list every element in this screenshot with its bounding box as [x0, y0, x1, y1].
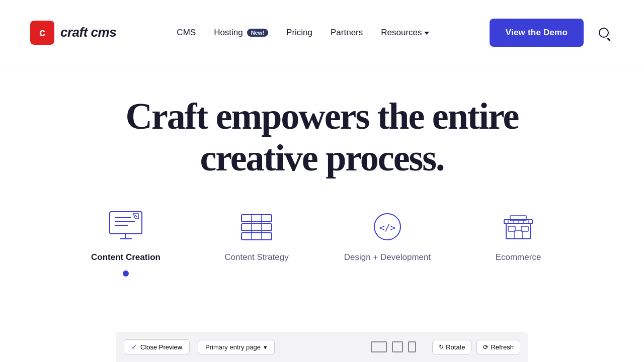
preview-actions: ↻ Rotate ⟳ Refresh: [432, 340, 520, 354]
feature-ecommerce[interactable]: Ecommerce: [473, 209, 564, 262]
svg-rect-16: [514, 231, 522, 239]
ecommerce-label: Ecommerce: [496, 252, 541, 262]
rotate-button[interactable]: ↻ Rotate: [432, 340, 471, 354]
svg-rect-17: [508, 226, 515, 231]
features-section: Content Creation Content Strategy </>: [0, 204, 644, 287]
entry-page-select[interactable]: Primary entry page ▾: [198, 340, 275, 354]
ecommerce-icon: [498, 209, 538, 244]
content-creation-icon: [106, 209, 146, 244]
refresh-label: Refresh: [491, 343, 514, 351]
entry-page-label: Primary entry page: [205, 343, 261, 351]
close-preview-button[interactable]: ✓ Close Preview: [124, 339, 190, 354]
partners-link[interactable]: Partners: [331, 28, 363, 37]
nav-resources[interactable]: Resources: [381, 28, 429, 38]
nav-partners[interactable]: Partners: [331, 28, 363, 38]
search-button[interactable]: [594, 23, 614, 43]
design-development-label: Design + Development: [344, 252, 431, 262]
hosting-badge: New!: [247, 29, 268, 37]
svg-rect-18: [521, 226, 528, 231]
demo-button[interactable]: View the Demo: [490, 19, 584, 47]
hero-headline: Craft empowers the entire creative proce…: [96, 96, 548, 179]
desktop-icon[interactable]: [371, 341, 387, 352]
design-development-icon: </>: [367, 209, 408, 244]
content-strategy-icon: [236, 209, 277, 244]
content-creation-label: Content Creation: [91, 252, 160, 262]
hero-section: Craft empowers the entire creative proce…: [0, 65, 644, 179]
resources-link[interactable]: Resources: [381, 28, 422, 38]
refresh-icon: ⟳: [483, 343, 489, 351]
rotate-icon: ↻: [439, 343, 444, 350]
logo-area: c craft cms: [30, 21, 116, 45]
feature-content-creation[interactable]: Content Creation: [80, 209, 171, 277]
svg-rect-9: [242, 233, 272, 240]
svg-text:</>: </>: [379, 222, 396, 233]
select-chevron-icon: ▾: [264, 343, 267, 351]
feature-content-strategy[interactable]: Content Strategy: [211, 209, 302, 262]
screen-size-icons: [371, 341, 416, 352]
tablet-icon[interactable]: [392, 341, 403, 352]
content-strategy-label: Content Strategy: [224, 252, 289, 262]
chevron-down-icon: [424, 32, 429, 35]
active-dot: [123, 270, 129, 277]
cms-link[interactable]: CMS: [177, 28, 196, 37]
svg-line-4: [135, 215, 137, 217]
pricing-link[interactable]: Pricing: [286, 28, 312, 37]
refresh-button[interactable]: ⟳ Refresh: [476, 340, 520, 354]
check-icon: ✓: [131, 343, 137, 351]
nav-cms[interactable]: CMS: [177, 28, 196, 38]
feature-design-development[interactable]: </> Design + Development: [342, 209, 433, 262]
preview-bar: ✓ Close Preview Primary entry page ▾ ↻ R…: [116, 332, 528, 362]
svg-rect-8: [242, 224, 272, 231]
nav-hosting[interactable]: Hosting New!: [214, 28, 268, 38]
navbar: c craft cms CMS Hosting New! Pricing Par…: [0, 0, 644, 65]
nav-right: View the Demo: [490, 19, 614, 47]
svg-rect-0: [110, 212, 142, 234]
logo-icon: c: [30, 21, 54, 45]
logo-text: craft cms: [60, 25, 116, 40]
nav-pricing[interactable]: Pricing: [286, 28, 312, 38]
close-preview-label: Close Preview: [140, 343, 182, 351]
mobile-icon[interactable]: [408, 341, 416, 352]
nav-links: CMS Hosting New! Pricing Partners Resour…: [177, 28, 429, 38]
rotate-label: Rotate: [446, 343, 465, 351]
svg-rect-7: [242, 215, 272, 222]
search-icon: [599, 28, 609, 38]
hosting-link[interactable]: Hosting: [214, 28, 243, 38]
